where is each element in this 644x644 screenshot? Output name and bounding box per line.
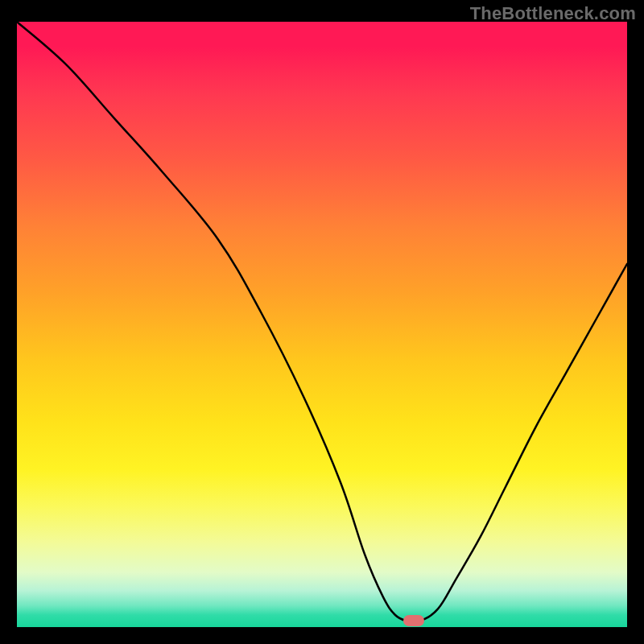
chart-frame: TheBottleneck.com (0, 0, 644, 644)
bottleneck-curve (17, 22, 627, 627)
watermark-text: TheBottleneck.com (470, 3, 636, 24)
plot-area (17, 22, 627, 627)
optimal-marker (403, 615, 424, 626)
